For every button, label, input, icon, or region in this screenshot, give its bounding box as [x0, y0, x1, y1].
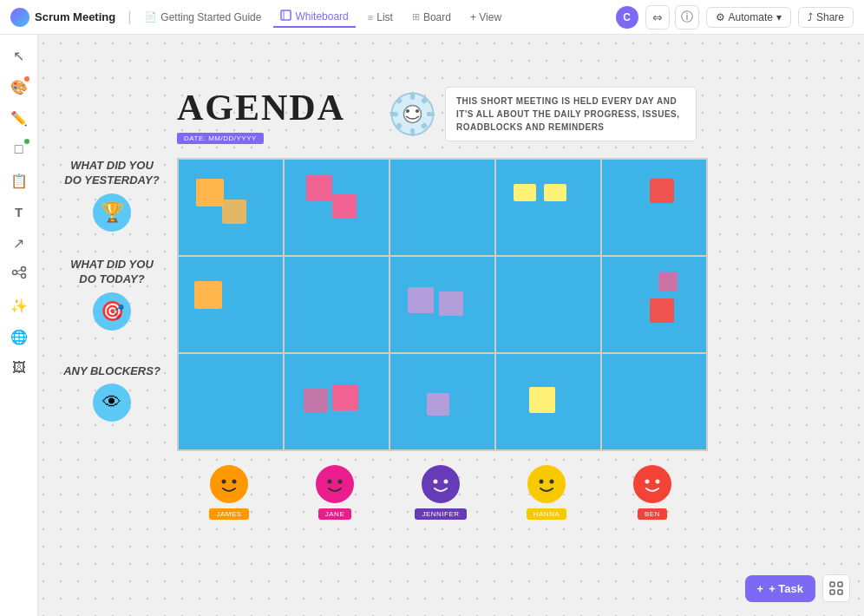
svg-point-3	[21, 267, 25, 272]
sidebar-item-text[interactable]: T	[5, 198, 33, 226]
fit-view-button[interactable]: ⇔	[645, 5, 670, 29]
svg-point-21	[232, 480, 237, 484]
connect-icon	[11, 265, 27, 284]
sticky-note[interactable]	[650, 298, 674, 323]
gear-icon	[389, 90, 436, 138]
sticky-note[interactable]	[222, 200, 246, 224]
agenda-header: AGENDA DATE: MM/DD/YYYY	[177, 87, 708, 144]
svg-point-17	[406, 109, 409, 113]
avatar-ben	[633, 465, 671, 503]
sticky-note[interactable]	[544, 184, 566, 201]
whiteboard-icon	[280, 10, 291, 23]
tab-whiteboard[interactable]: Whiteboard	[273, 6, 355, 28]
svg-point-20	[222, 480, 226, 484]
avatar-cell-james: JAMES	[177, 465, 281, 520]
svg-point-8	[404, 106, 422, 123]
sidebar-item-connect[interactable]	[5, 260, 33, 288]
automate-button[interactable]: ⚙ Automate ▾	[706, 7, 791, 28]
avatar-cell-ben: BEN	[600, 465, 704, 520]
svg-point-33	[656, 480, 660, 484]
nav-right-actions: C ⇔ ⓘ ⚙ Automate ▾ ⤴ Share	[616, 5, 854, 29]
svg-rect-34	[830, 582, 835, 587]
avatar-cell-jennifer: JENNIFER	[389, 465, 493, 520]
avatar-label-ben: BEN	[638, 508, 667, 520]
main-canvas: What did youdo yesterday? 🏆 What did you…	[38, 35, 864, 616]
sidebar-item-image[interactable]: 🖼	[5, 354, 33, 382]
sidebar-item-paint[interactable]: 🎨	[5, 73, 33, 101]
whiteboard-grid	[177, 158, 708, 451]
svg-line-5	[16, 270, 21, 272]
sticky-note[interactable]	[196, 179, 224, 206]
sticky-note[interactable]	[427, 393, 449, 416]
sticky-note[interactable]	[332, 384, 358, 410]
svg-rect-37	[838, 590, 842, 594]
row-label-text-blockers: Any blockers?	[63, 364, 160, 379]
sticky-note[interactable]	[529, 387, 555, 413]
svg-point-22	[317, 466, 353, 502]
tab-board[interactable]: ⊞ Board	[405, 8, 458, 27]
app-logo	[10, 8, 29, 27]
line-icon: ↗	[13, 235, 24, 252]
grid-cell-r1c3	[390, 160, 494, 255]
board-icon: ⊞	[412, 11, 420, 23]
avatar-cell-hanna: HANNA	[494, 465, 599, 520]
svg-point-27	[444, 480, 448, 484]
avatar-row: JAMES JANE	[177, 465, 708, 520]
tab-list[interactable]: ≡ List	[361, 8, 400, 27]
avatar: C	[616, 6, 638, 29]
agenda-date: DATE: MM/DD/YYYY	[177, 133, 264, 144]
svg-point-31	[634, 466, 671, 502]
sticky-note[interactable]	[650, 179, 674, 203]
globe-icon: 🌐	[10, 329, 28, 345]
svg-point-26	[434, 480, 438, 484]
chevron-down-icon: ▾	[776, 11, 782, 23]
agenda-desc-box: THIS SHORT MEETING IS HELD EVERY DAY AND…	[389, 87, 697, 141]
tab-getting-started[interactable]: 📄 Getting Started Guide	[138, 8, 268, 27]
grid-cell-r1c1	[179, 160, 283, 255]
svg-rect-9	[410, 92, 415, 100]
shape-icon: □	[15, 141, 23, 157]
task-button[interactable]: + + Task	[745, 575, 815, 602]
agenda-title: AGENDA	[177, 87, 345, 128]
sticky-note[interactable]	[304, 389, 328, 413]
bottom-right-actions: + + Task	[745, 574, 850, 602]
sticky-note[interactable]	[408, 287, 434, 313]
grid-cell-r3c2	[285, 354, 389, 449]
grid-cell-r2c4	[496, 257, 600, 352]
sticky-note[interactable]	[194, 281, 222, 309]
svg-rect-10	[410, 128, 415, 136]
doc-icon: 📄	[145, 11, 157, 23]
sidebar-item-globe[interactable]: 🌐	[5, 323, 33, 351]
tab-add-view[interactable]: + View	[463, 8, 508, 27]
share-button[interactable]: ⤴ Share	[798, 7, 854, 28]
svg-line-6	[16, 273, 21, 275]
svg-rect-11	[390, 112, 398, 116]
sidebar-item-cursor[interactable]: ↖	[5, 42, 33, 69]
top-nav: Scrum Meeting | 📄 Getting Started Guide …	[0, 0, 864, 35]
sticky-note[interactable]	[439, 292, 463, 316]
avatar-jennifer	[422, 465, 460, 503]
agenda-desc-text: THIS SHORT MEETING IS HELD EVERY DAY AND…	[445, 87, 697, 141]
svg-rect-36	[830, 590, 835, 594]
avatar-hanna	[527, 465, 566, 503]
sidebar-item-shape[interactable]: □	[5, 135, 33, 163]
sidebar-item-line[interactable]: ↗	[5, 229, 33, 257]
info-button[interactable]: ⓘ	[675, 5, 699, 29]
row-label-text-today: What did youdo today?	[70, 258, 154, 287]
svg-point-25	[422, 466, 459, 502]
avatar-label-jane: JANE	[318, 508, 351, 520]
sticky-note[interactable]	[658, 272, 677, 292]
avatar-cell-jane: JANE	[283, 465, 387, 520]
sticky-note[interactable]	[306, 175, 332, 201]
paint-dot	[24, 76, 29, 82]
row-label-blockers: Any blockers? 👁	[47, 345, 177, 441]
sidebar-item-pen[interactable]: ✏️	[5, 104, 33, 132]
sidebar-item-sticky[interactable]: 📋	[5, 167, 33, 194]
sticky-note[interactable]	[332, 194, 357, 219]
plus-icon: +	[757, 582, 764, 595]
avatar-jane	[316, 465, 354, 503]
sidebar-item-magic[interactable]: ✨	[5, 292, 33, 319]
sticky-note[interactable]	[514, 184, 536, 201]
grid-view-button[interactable]	[822, 574, 850, 602]
grid-cell-r2c3	[390, 257, 494, 352]
